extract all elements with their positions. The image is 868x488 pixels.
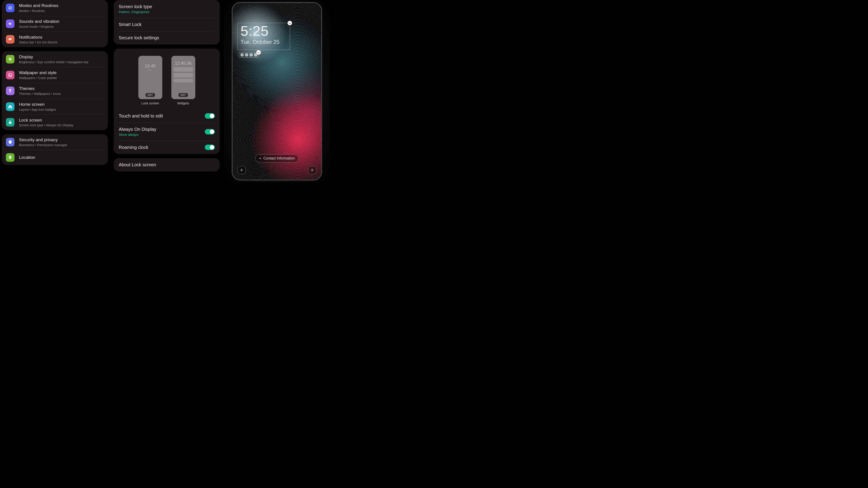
settings-item-lock[interactable]: Lock screenScreen lock type • Always On …: [2, 115, 108, 130]
toggle-switch[interactable]: [205, 129, 215, 134]
settings-item-title: Notifications: [19, 35, 104, 40]
settings-item-sound[interactable]: Sounds and vibrationSound mode • Rington…: [2, 16, 108, 32]
location-icon: [6, 153, 14, 162]
widgets-preview[interactable]: 12:45:36 EDIT: [171, 56, 195, 99]
settings-item-subtitle: Themes • Wallpapers • Icons: [19, 92, 104, 96]
settings-item-modes[interactable]: Modes and RoutinesModes • Routines: [2, 0, 108, 16]
settings-item-subtitle: Wallpapers • Color palette: [19, 76, 104, 80]
remove-icon[interactable]: –: [287, 21, 292, 25]
settings-item-subtitle: Layout • App icon badges: [19, 108, 104, 111]
setting-screen-lock-type[interactable]: Screen lock type Pattern, Fingerprints: [114, 0, 220, 18]
preview-label: Lock screen: [141, 101, 159, 105]
settings-item-display[interactable]: DisplayBrightness • Eye comfort shield •…: [2, 51, 108, 67]
remove-icon[interactable]: –: [256, 50, 261, 55]
setting-smart-lock[interactable]: Smart Lock: [114, 18, 220, 31]
setting-touch-hold[interactable]: Touch and hold to edit: [114, 109, 220, 123]
setting-subtitle: Show always: [119, 133, 156, 136]
settings-item-subtitle: Brightness • Eye comfort shield • Naviga…: [19, 60, 104, 64]
preview-label: Widgets: [177, 101, 189, 105]
settings-item-title: Modes and Routines: [19, 3, 104, 8]
lock-preview-group: 12:45 •••• EDIT Lock screen 12:45:36 EDI…: [114, 48, 220, 154]
toggle-switch[interactable]: [205, 113, 215, 119]
settings-item-title: Display: [19, 55, 104, 60]
add-shortcut-right[interactable]: +: [308, 166, 316, 174]
add-shortcut-left[interactable]: +: [238, 166, 246, 174]
preview-widget-line: [174, 79, 193, 83]
settings-group-2: DisplayBrightness • Eye comfort shield •…: [2, 51, 108, 130]
settings-item-wallpaper[interactable]: Wallpaper and styleWallpapers • Color pa…: [2, 67, 108, 83]
sound-icon: [6, 20, 14, 28]
settings-item-title: Wallpaper and style: [19, 70, 104, 75]
svg-rect-4: [8, 73, 11, 76]
preview-widget-line: [174, 67, 193, 72]
setting-title: Roaming clock: [119, 145, 148, 150]
setting-aod[interactable]: Always On Display Show always: [114, 123, 220, 140]
setting-title: About Lock screen: [119, 162, 215, 167]
contact-label: Contact information: [264, 156, 295, 160]
display-icon: [6, 55, 14, 64]
plus-icon: +: [259, 156, 261, 160]
settings-item-home[interactable]: Home screenLayout • App icon badges: [2, 99, 108, 115]
settings-item-location[interactable]: Location: [2, 150, 108, 165]
setting-subtitle: Pattern, Fingerprints: [119, 10, 215, 14]
clock-date: Tue, October 25: [241, 39, 290, 45]
clock-time: 5:25: [241, 24, 290, 38]
contact-information-button[interactable]: + Contact information: [255, 154, 299, 162]
settings-item-shield[interactable]: Security and privacyBiometrics • Permiss…: [2, 134, 108, 150]
modes-icon: [6, 4, 14, 12]
svg-point-5: [9, 74, 10, 75]
preview-dots: ••••: [148, 69, 152, 71]
lockscreen-preview[interactable]: 12:45 •••• EDIT: [138, 56, 162, 99]
svg-point-7: [10, 157, 11, 158]
settings-item-subtitle: Status bar • Do not disturb: [19, 40, 104, 44]
svg-point-3: [9, 58, 11, 60]
preview-widget-line: [174, 73, 193, 77]
lock-security-group: Screen lock type Pattern, Fingerprints S…: [114, 0, 220, 44]
settings-item-title: Location: [19, 155, 104, 160]
svg-point-2: [11, 38, 12, 39]
notif-icon: [241, 53, 244, 57]
shield-icon: [6, 138, 14, 147]
svg-point-0: [8, 6, 11, 9]
preview-time: 12:45:36: [175, 61, 192, 66]
settings-item-subtitle: Sound mode • Ringtone: [19, 25, 104, 29]
setting-roaming-clock[interactable]: Roaming clock: [114, 140, 220, 154]
settings-item-title: Home screen: [19, 102, 104, 107]
setting-about-lock[interactable]: About Lock screen: [114, 158, 220, 171]
edit-button[interactable]: EDIT: [178, 93, 188, 97]
settings-item-title: Security and privacy: [19, 137, 104, 142]
settings-item-title: Themes: [19, 86, 104, 91]
notif-icon: [6, 35, 14, 43]
settings-item-themes[interactable]: ThemesThemes • Wallpapers • Icons: [2, 83, 108, 99]
setting-title: Secure lock settings: [119, 35, 215, 40]
lock-icon: [6, 118, 14, 127]
settings-panel: Modes and RoutinesModes • RoutinesSounds…: [0, 0, 110, 183]
settings-item-title: Sounds and vibration: [19, 19, 104, 24]
themes-icon: [6, 87, 14, 95]
svg-rect-6: [9, 122, 11, 124]
setting-secure-lock[interactable]: Secure lock settings: [114, 31, 220, 44]
lockscreen-editor-panel: – 5:25 Tue, October 25 – + Contact infor…: [224, 0, 330, 183]
notif-icon: [245, 53, 248, 57]
setting-title: Touch and hold to edit: [119, 113, 163, 119]
setting-title: Smart Lock: [119, 22, 215, 27]
setting-title: Screen lock type: [119, 4, 215, 9]
toggle-switch[interactable]: [205, 144, 215, 150]
preview-row: 12:45 •••• EDIT Lock screen 12:45:36 EDI…: [114, 48, 220, 109]
settings-item-notif[interactable]: NotificationsStatus bar • Do not disturb: [2, 32, 108, 47]
notification-icons-widget[interactable]: –: [239, 52, 259, 58]
preview-time: 12:45: [145, 64, 156, 68]
preview-lock-col: 12:45 •••• EDIT Lock screen: [138, 56, 162, 105]
lockscreen-settings-panel: Screen lock type Pattern, Fingerprints S…: [112, 0, 221, 183]
edit-button[interactable]: EDIT: [145, 93, 155, 97]
notif-icon: [250, 53, 253, 57]
settings-group-3: Security and privacyBiometrics • Permiss…: [2, 134, 108, 165]
clock-widget[interactable]: – 5:25 Tue, October 25: [238, 23, 290, 50]
phone-preview: – 5:25 Tue, October 25 – + Contact infor…: [232, 2, 322, 181]
lock-about-group: About Lock screen: [114, 158, 220, 171]
settings-group-1: Modes and RoutinesModes • RoutinesSounds…: [2, 0, 108, 47]
wallpaper-icon: [6, 71, 14, 79]
settings-item-subtitle: Biometrics • Permission manager: [19, 143, 104, 147]
settings-item-subtitle: Modes • Routines: [19, 9, 104, 13]
preview-widgets-col: 12:45:36 EDIT Widgets: [171, 56, 195, 105]
